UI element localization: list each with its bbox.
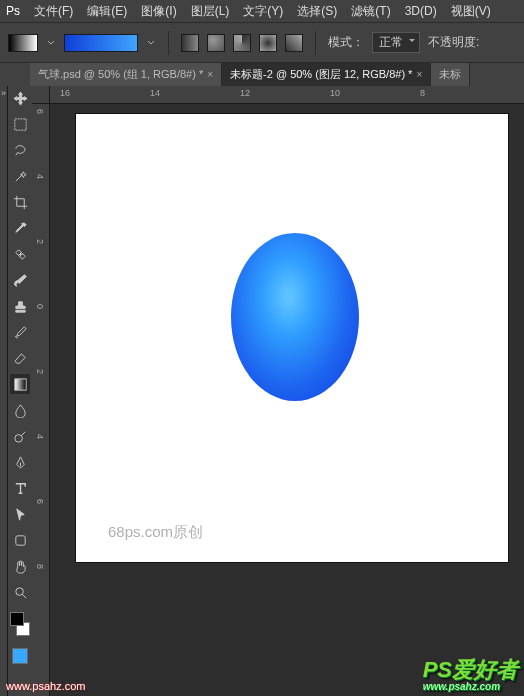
svg-rect-1 <box>14 378 25 389</box>
document-tab[interactable]: 未标 <box>431 63 470 86</box>
blur-tool-icon[interactable] <box>10 400 30 420</box>
move-tool-icon[interactable] <box>10 88 30 108</box>
ruler-tick: 12 <box>240 88 250 98</box>
options-bar: 模式： 正常 不透明度: <box>0 22 524 62</box>
lasso-tool-icon[interactable] <box>10 140 30 160</box>
menu-select[interactable]: 选择(S) <box>297 3 337 20</box>
brush-tool-icon[interactable] <box>10 270 30 290</box>
svg-point-2 <box>14 434 22 442</box>
ruler-tick: 8 <box>35 564 45 569</box>
separator <box>315 31 316 55</box>
menu-edit[interactable]: 编辑(E) <box>87 3 127 20</box>
heal-tool-icon[interactable] <box>10 244 30 264</box>
left-margin: » <box>0 86 8 696</box>
ruler-tick: 0 <box>35 304 45 309</box>
gradient-linear-icon[interactable] <box>181 34 199 52</box>
ruler-tick: 2 <box>35 239 45 244</box>
menu-text[interactable]: 文字(Y) <box>243 3 283 20</box>
type-tool-icon[interactable] <box>10 478 30 498</box>
gradient-reflected-icon[interactable] <box>259 34 277 52</box>
path-select-icon[interactable] <box>10 504 30 524</box>
svg-point-4 <box>15 587 23 595</box>
separator <box>168 31 169 55</box>
marquee-tool-icon[interactable] <box>10 114 30 134</box>
menu-filter[interactable]: 滤镜(T) <box>351 3 390 20</box>
ruler-tick: 8 <box>420 88 425 98</box>
crop-tool-icon[interactable] <box>10 192 30 212</box>
gradient-tool-icon[interactable] <box>10 374 30 394</box>
footer-overlay: www.psahz.com PS爱好者 www.psahz.com <box>0 651 524 696</box>
canvas[interactable]: 68ps.com原创 <box>76 114 508 562</box>
foreground-color-swatch[interactable] <box>10 612 24 626</box>
gradient-preset-swatch[interactable] <box>8 34 38 52</box>
menu-file[interactable]: 文件(F) <box>34 3 73 20</box>
chevron-down-icon[interactable] <box>146 38 156 48</box>
ruler-tick: 10 <box>330 88 340 98</box>
document-tabs: 气球.psd @ 50% (组 1, RGB/8#) *× 未标题-2 @ 50… <box>0 62 524 86</box>
wand-tool-icon[interactable] <box>10 166 30 186</box>
document-tab[interactable]: 未标题-2 @ 50% (图层 12, RGB/8#) *× <box>222 63 431 86</box>
ps-logo: Ps <box>6 4 20 18</box>
brand-sub: www.psahz.com <box>423 681 518 692</box>
site-url: www.psahz.com <box>6 680 85 692</box>
zoom-tool-icon[interactable] <box>10 582 30 602</box>
work-area: 16 14 12 10 8 6 4 2 0 2 4 6 8 68ps.com原创 <box>32 86 524 696</box>
balloon-shape <box>231 233 359 401</box>
menu-image[interactable]: 图像(I) <box>141 3 176 20</box>
menu-view[interactable]: 视图(V) <box>451 3 491 20</box>
watermark-text: 68ps.com原创 <box>108 523 203 542</box>
eyedropper-tool-icon[interactable] <box>10 218 30 238</box>
eraser-tool-icon[interactable] <box>10 348 30 368</box>
svg-rect-0 <box>14 118 25 129</box>
menu-layer[interactable]: 图层(L) <box>191 3 230 20</box>
color-swatches[interactable] <box>10 612 30 636</box>
gradient-diamond-icon[interactable] <box>285 34 303 52</box>
tab-label: 气球.psd @ 50% (组 1, RGB/8#) * <box>38 67 203 82</box>
close-icon[interactable]: × <box>416 69 422 80</box>
ruler-tick: 14 <box>150 88 160 98</box>
mode-label: 模式： <box>328 34 364 51</box>
blend-mode-select[interactable]: 正常 <box>372 32 420 53</box>
hand-tool-icon[interactable] <box>10 556 30 576</box>
dodge-tool-icon[interactable] <box>10 426 30 446</box>
history-brush-icon[interactable] <box>10 322 30 342</box>
vertical-ruler: 6 4 2 0 2 4 6 8 <box>32 104 50 696</box>
document-tab[interactable]: 气球.psd @ 50% (组 1, RGB/8#) *× <box>30 63 222 86</box>
ruler-tick: 4 <box>35 434 45 439</box>
ruler-tick: 6 <box>35 109 45 114</box>
shape-tool-icon[interactable] <box>10 530 30 550</box>
pen-tool-icon[interactable] <box>10 452 30 472</box>
close-icon[interactable]: × <box>207 69 213 80</box>
menu-bar: Ps 文件(F) 编辑(E) 图像(I) 图层(L) 文字(Y) 选择(S) 滤… <box>0 0 524 22</box>
brand-text: PS爱好者 <box>423 657 518 682</box>
chevron-down-icon[interactable] <box>46 38 56 48</box>
ruler-tick: 2 <box>35 369 45 374</box>
ruler-tick: 16 <box>60 88 70 98</box>
site-logo: PS爱好者 www.psahz.com <box>423 655 518 692</box>
gradient-radial-icon[interactable] <box>207 34 225 52</box>
gradient-angle-icon[interactable] <box>233 34 251 52</box>
ruler-corner <box>32 86 50 104</box>
stamp-tool-icon[interactable] <box>10 296 30 316</box>
horizontal-ruler: 16 14 12 10 8 <box>50 86 524 104</box>
tab-label: 未标 <box>439 67 461 82</box>
collapse-icon[interactable]: » <box>0 86 7 98</box>
svg-rect-3 <box>15 535 24 544</box>
ruler-tick: 4 <box>35 174 45 179</box>
toolbox <box>8 86 32 696</box>
tab-label: 未标题-2 @ 50% (图层 12, RGB/8#) * <box>230 67 412 82</box>
opacity-label: 不透明度: <box>428 34 479 51</box>
current-gradient-swatch[interactable] <box>64 34 138 52</box>
menu-3d[interactable]: 3D(D) <box>405 4 437 18</box>
ruler-tick: 6 <box>35 499 45 504</box>
